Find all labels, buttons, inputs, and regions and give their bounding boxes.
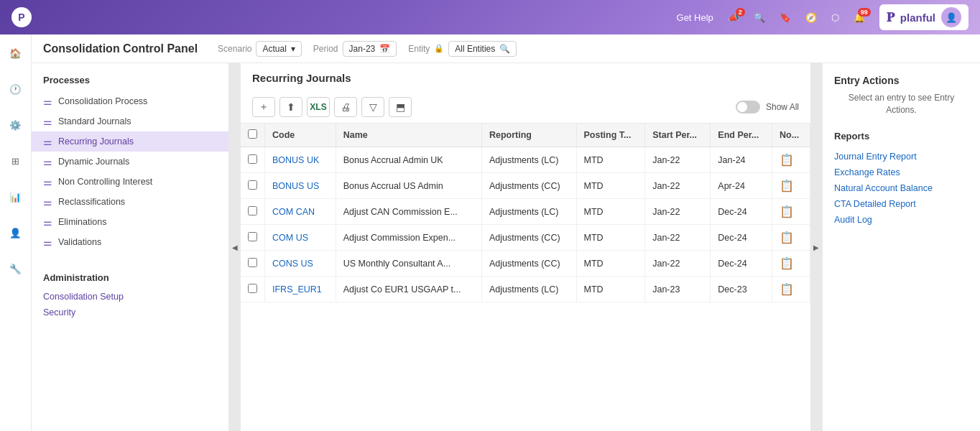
table-row: BONUS UK Bonus Accrual Admin UK Adjustme… [241,147,810,173]
row-checkbox-3[interactable] [248,232,257,241]
upload-button[interactable]: ⬆ [279,97,302,117]
print-button[interactable]: 🖨 [334,97,357,117]
select-all-checkbox[interactable] [248,129,257,139]
row-checkbox-cell [241,277,265,302]
search-button[interactable]: 🔍 [754,12,765,23]
row-checkbox-2[interactable] [248,206,257,216]
code-link-4[interactable]: CONS US [272,259,313,269]
show-all-toggle[interactable] [736,101,760,113]
code-link-5[interactable]: IFRS_EUR1 [272,284,322,295]
code-link-1[interactable]: BONUS US [272,181,319,191]
code-link-0[interactable]: BONUS UK [272,155,319,165]
nav-icon-standard-journals: ⚌ [43,116,52,127]
security-link[interactable]: Security [43,305,217,320]
nav-item-recurring-journals[interactable]: ⚌ Recurring Journals [32,131,228,152]
table-row: CONS US US Monthly Consultant A... Adjus… [241,251,810,277]
notifications-button[interactable]: 🔔 99 [854,12,865,23]
row-end-period-3: Dec-24 [711,225,772,251]
journals-table: Code Name Reporting Posting T... Start P… [241,124,810,302]
row-action-5: 📋 [772,277,810,302]
row-action-0: 📋 [772,147,810,173]
brand-logo: 𝐏 planful 👤 [879,4,969,30]
row-name-3: Adjust Commission Expen... [336,225,481,251]
get-help-button[interactable]: Get Help [677,12,713,23]
add-button[interactable]: ＋ [252,97,275,117]
row-action-icon-2[interactable]: 📋 [780,205,794,218]
header-controls: Scenario Actual ▾ Period Jan-23 📅 Entity [218,41,517,57]
upload-icon: ⬆ [287,101,295,113]
entity-select[interactable]: All Entities 🔍 [448,41,517,57]
brand-name: planful [900,11,935,24]
announcements-button[interactable]: 📣 2 [728,12,739,23]
apps-button[interactable]: ⬡ [831,12,839,23]
grid-icon-btn[interactable]: ⊞ [4,149,27,172]
row-checkbox-1[interactable] [248,180,257,190]
panel-header: Recurring Journals ＋ ⬆ XLS 🖨 [241,63,810,124]
row-checkbox-4[interactable] [248,258,257,267]
entity-value: All Entities [455,44,495,54]
row-action-icon-5[interactable]: 📋 [780,283,794,295]
left-collapse-button[interactable]: ◀ [229,63,241,431]
audit-log-link[interactable]: Audit Log [834,212,969,228]
excel-icon: XLS [310,102,326,112]
top-navigation: P Get Help 📣 2 🔍 🔖 🧭 ⬡ 🔔 99 𝐏 planful [0,0,980,34]
row-posting-type-1: MTD [576,173,645,199]
history-icon-btn[interactable]: 🕐 [4,78,27,101]
scenario-select[interactable]: Actual ▾ [256,41,301,57]
nav-item-standard-journals[interactable]: ⚌ Standard Journals [32,111,228,131]
show-all-label: Show All [766,102,799,112]
logo-char: P [18,11,24,23]
nav-label-consolidation-process: Consolidation Process [58,96,147,106]
row-start-period-2: Jan-22 [645,199,711,225]
chevron-down-icon: ▾ [291,44,295,54]
select-all-header [241,124,265,147]
row-action-icon-0[interactable]: 📋 [780,154,794,166]
row-name-0: Bonus Accrual Admin UK [336,147,481,173]
table-row: COM CAN Adjust CAN Commission E... Adjus… [241,199,810,225]
calendar-icon: 📅 [379,44,390,54]
gear-icon-btn[interactable]: 🔧 [4,257,27,280]
row-action-icon-3[interactable]: 📋 [780,231,794,244]
nav-item-non-controlling-interest[interactable]: ⚌ Non Controlling Interest [32,172,228,192]
right-collapse-button[interactable]: ▶ [810,63,822,431]
exchange-rates-link[interactable]: Exchange Rates [834,164,969,180]
consolidation-setup-link[interactable]: Consolidation Setup [43,289,217,305]
row-end-period-5: Dec-23 [711,277,772,302]
app-logo: P [11,7,32,27]
period-select[interactable]: Jan-23 📅 [343,41,397,57]
nav-item-consolidation-process[interactable]: ⚌ Consolidation Process [32,91,228,111]
consolidation-icon-btn[interactable]: 👤 [4,221,27,244]
compass-button[interactable]: 🧭 [805,12,817,23]
cta-detailed-report-link[interactable]: CTA Detailed Report [834,196,969,212]
row-checkbox-0[interactable] [248,154,257,164]
user-avatar[interactable]: 👤 [941,7,961,27]
row-checkbox-5[interactable] [248,284,257,293]
row-reporting-3: Adjustments (CC) [481,225,576,251]
nav-item-validations[interactable]: ⚌ Validations [32,232,228,252]
filter-button[interactable]: ▽ [361,97,384,117]
row-code-1: BONUS US [265,173,336,199]
row-name-2: Adjust CAN Commission E... [336,199,481,225]
code-link-2[interactable]: COM CAN [272,207,315,217]
export-button[interactable]: ⬒ [389,97,412,117]
toolbar: ＋ ⬆ XLS 🖨 ▽ [252,91,799,123]
reports-icon-btn[interactable]: 📊 [4,185,27,208]
home-icon: 🏠 [9,48,22,59]
bookmarks-button[interactable]: 🔖 [780,12,791,23]
entity-lock-icon: 🔒 [434,44,444,53]
natural-account-balance-link[interactable]: Natural Account Balance [834,180,969,196]
code-link-3[interactable]: COM US [272,233,308,243]
row-action-icon-1[interactable]: 📋 [780,180,794,192]
journals-table-wrapper: Code Name Reporting Posting T... Start P… [241,124,810,431]
nav-item-eliminations[interactable]: ⚌ Eliminations [32,212,228,232]
settings-icon-btn[interactable]: ⚙️ [4,113,27,136]
nav-item-reclassifications[interactable]: ⚌ Reclassifications [32,192,228,212]
col-reporting: Reporting [481,124,576,147]
nav-item-dynamic-journals[interactable]: ⚌ Dynamic Journals [32,152,228,172]
home-icon-btn[interactable]: 🏠 [4,42,27,65]
row-action-icon-4[interactable]: 📋 [780,257,794,269]
journal-entry-report-link[interactable]: Journal Entry Report [834,149,969,164]
icon-sidebar: 🏠 🕐 ⚙️ ⊞ 📊 👤 🔧 [0,34,32,431]
excel-button[interactable]: XLS [307,97,330,117]
row-start-period-4: Jan-22 [645,251,711,277]
